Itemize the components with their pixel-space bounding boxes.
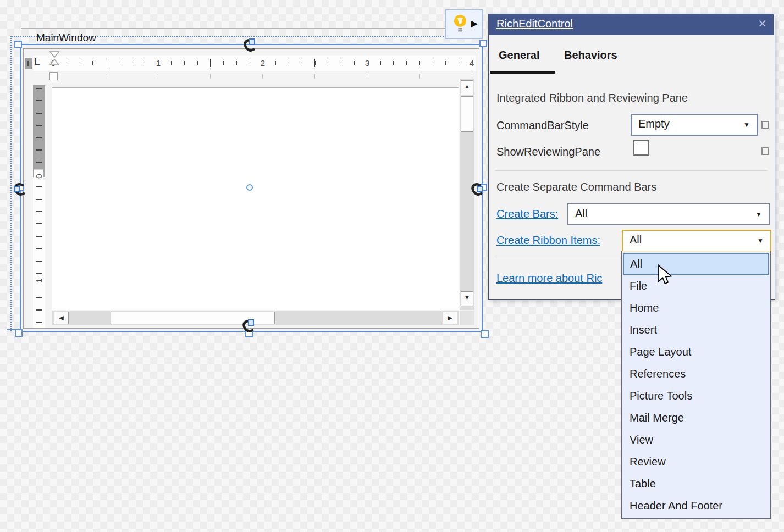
ruler-origin-box [25,58,32,69]
ruler-number: 4 [468,58,476,68]
panel-header[interactable]: RichEditControl ✕ [489,14,774,35]
showreviewingpane-checkbox[interactable] [633,140,649,156]
tab-behaviors[interactable]: Behaviors [564,49,617,62]
scroll-up-icon: ▲ [464,83,470,90]
scroll-right-button[interactable]: ▶ [443,312,457,324]
dropdown-item[interactable]: Page Layout [622,341,770,363]
dropdown-item[interactable]: Header And Footer [622,495,770,517]
scroll-left-button[interactable]: ◀ [54,312,69,324]
anchor-chain-icon[interactable] [471,181,484,197]
create-bars-combobox[interactable]: All ▼ [567,203,770,225]
design-surface: MainWindow L 0 1 2 3 4 0 1 ▲ ▼ ◀ ▶ [0,0,784,532]
ruler-ticks-sub [106,74,474,79]
section-separate-bars: Create Separate Command Bars [496,181,656,193]
dropdown-item[interactable]: Insert [622,319,770,341]
mouse-cursor-icon [656,264,672,286]
scroll-down-icon: ▼ [464,294,470,301]
scroll-down-button[interactable]: ▼ [461,291,473,306]
anchor-chain-icon[interactable] [13,181,26,197]
dropdown-item-selected[interactable]: All [623,253,769,275]
ribbon-items-dropdown-list: All File Home Insert Page Layout Referen… [621,251,771,519]
ruler-number: 1 [34,274,43,287]
section-integrated-ribbon: Integrated Ribbon and Reviewing Pane [496,92,688,104]
ruler-number: 0 [34,170,43,183]
commandbarstyle-value: Empty [638,118,670,130]
panel-title-link[interactable]: RichEditControl [496,18,573,30]
ruler-number: 3 [363,58,371,68]
dropdown-item[interactable]: Mail Merge [622,407,770,429]
dropdown-item[interactable]: Home [622,297,770,319]
ruler-number: 2 [259,58,267,68]
anchor-chain-icon[interactable] [243,37,256,53]
divider [495,170,767,171]
create-ribbon-items-value: All [630,234,642,246]
property-marker[interactable] [761,121,769,129]
scrollbar-corner [460,311,474,325]
chevron-down-icon: ▼ [755,210,762,218]
indent-marker-icon [49,51,60,66]
resize-handle-top-left[interactable] [14,41,22,48]
selection-dotted-left [10,36,12,331]
create-ribbon-items-combobox[interactable]: All ▼ [622,230,771,252]
active-tab-underline [490,71,555,74]
vertical-scrollbar-thumb[interactable] [461,96,473,132]
designer-window-title: MainWindow [36,32,96,44]
window-top-edge [21,28,481,29]
create-ribbon-items-link[interactable]: Create Ribbon Items: [496,234,600,247]
showreviewingpane-label: ShowReviewingPane [496,146,600,158]
dropdown-item[interactable]: Table [622,473,770,495]
chevron-down-icon: ▼ [757,237,764,245]
tab-general[interactable]: General [499,49,539,62]
vertical-ruler-ticks [36,88,42,324]
property-marker[interactable] [761,147,769,155]
learn-more-link[interactable]: Learn more about Ric [496,272,602,284]
scroll-right-icon: ▶ [448,314,452,321]
create-bars-value: All [575,207,587,220]
resize-handle-top-right[interactable] [479,40,487,47]
caret-anchor-circle [246,184,253,191]
close-icon[interactable]: ✕ [758,17,767,30]
tab-stop-selector: L [34,57,40,68]
expand-arrow-icon: ▶ [471,18,478,29]
commandbarstyle-combobox[interactable]: Empty ▼ [631,114,758,136]
scroll-up-button[interactable]: ▲ [461,80,473,95]
resize-handle-bottom-right[interactable] [481,330,489,338]
document-area[interactable] [52,87,459,310]
lightbulb-icon [452,13,468,34]
chevron-down-icon: ▼ [743,121,750,129]
dropdown-item[interactable]: Review [622,451,770,473]
resize-handle-bottom-left[interactable] [15,329,23,337]
commandbarstyle-label: CommandBarStyle [496,119,589,132]
divider [495,258,622,258]
anchor-chain-icon[interactable] [242,318,255,334]
scroll-left-icon: ◀ [59,314,63,321]
smart-tag-button[interactable]: ▶ [445,9,483,39]
dropdown-item[interactable]: View [622,429,770,451]
dropdown-item[interactable]: File [622,275,770,297]
dropdown-item[interactable]: References [622,363,770,385]
dropdown-item[interactable]: Picture Tools [622,385,770,407]
create-bars-link[interactable]: Create Bars: [496,208,558,220]
ruler-number: 1 [154,58,162,68]
hanging-indent-marker [49,72,58,80]
